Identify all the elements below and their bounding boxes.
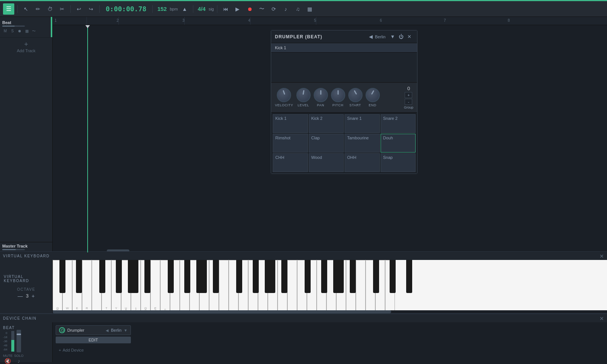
pad-label-ohh: OHH bbox=[347, 155, 356, 160]
master-track-volume-slider[interactable] bbox=[2, 249, 25, 250]
white-key-f7[interactable] bbox=[356, 260, 366, 313]
group-up-button[interactable]: + bbox=[405, 92, 412, 98]
black-key-fs3[interactable] bbox=[99, 260, 105, 293]
end-knob[interactable] bbox=[366, 88, 380, 102]
black-key-ds7[interactable] bbox=[350, 260, 356, 293]
black-key-as7[interactable] bbox=[406, 260, 412, 293]
black-key-gs7[interactable] bbox=[390, 260, 396, 293]
device-dropdown-button[interactable]: ▼ bbox=[124, 328, 127, 332]
velocity-knob[interactable] bbox=[277, 88, 291, 102]
cursor-tool-button[interactable]: ↖ bbox=[21, 4, 31, 14]
playhead bbox=[87, 25, 88, 252]
black-key-gs4[interactable] bbox=[184, 260, 190, 293]
white-key-f6[interactable] bbox=[287, 260, 297, 313]
octave-plus-button[interactable]: + bbox=[32, 293, 35, 299]
white-key-f5[interactable] bbox=[219, 260, 229, 313]
virtual-keyboard-close-button[interactable]: ✕ bbox=[599, 253, 604, 259]
separator-3 bbox=[99, 5, 100, 13]
beat-track-name: Beat bbox=[2, 20, 50, 25]
ruler-line-5 bbox=[250, 17, 250, 25]
black-key-gs3[interactable] bbox=[116, 260, 122, 293]
pan-knob[interactable] bbox=[314, 88, 328, 102]
level-knob[interactable] bbox=[296, 88, 311, 102]
drum-pad-kick2[interactable]: Kick 2 bbox=[309, 114, 344, 133]
black-key-cs7[interactable] bbox=[333, 260, 339, 293]
envelope-button[interactable]: 〜 bbox=[31, 28, 37, 34]
mute-button[interactable]: M bbox=[2, 28, 8, 34]
device-edit-button[interactable]: EDIT bbox=[56, 337, 131, 343]
keyboard-area[interactable]: .piano-octave { display: flex; position:… bbox=[53, 260, 607, 313]
drum-pad-chh[interactable]: CHH bbox=[273, 153, 308, 172]
scissors-tool-button[interactable]: ✂ bbox=[57, 4, 67, 14]
add-track-button[interactable]: + Add Track bbox=[0, 38, 52, 56]
device-power-button[interactable]: ⏻ bbox=[59, 327, 65, 333]
drum-pad-tambourine[interactable]: Tambourine bbox=[344, 134, 380, 153]
drumpler-prev-preset-button[interactable]: ◀ bbox=[367, 33, 375, 41]
white-key-f3[interactable] bbox=[82, 260, 92, 313]
black-key-fs6[interactable] bbox=[305, 260, 311, 293]
black-key-fs4[interactable] bbox=[168, 260, 174, 293]
group-down-button[interactable]: - bbox=[405, 99, 412, 105]
menu-button[interactable]: ☰ bbox=[3, 3, 14, 15]
wave-button[interactable]: 〜 bbox=[256, 4, 267, 14]
record-button[interactable]: ⏺ bbox=[244, 4, 255, 14]
fader-track[interactable] bbox=[17, 330, 21, 352]
white-key-f4[interactable]: 9 bbox=[150, 260, 160, 313]
drum-pad-ohh[interactable]: OHH bbox=[344, 153, 380, 172]
keyboard-scrollbar-thumb bbox=[53, 310, 391, 313]
drum-pad-clap[interactable]: Clap bbox=[309, 134, 344, 153]
black-key-gs6[interactable] bbox=[321, 260, 327, 293]
black-key-cs6[interactable] bbox=[265, 260, 271, 293]
keyboard-scrollbar[interactable] bbox=[53, 310, 607, 313]
rewind-button[interactable]: ⏮ bbox=[220, 4, 231, 14]
black-key-cs3[interactable] bbox=[59, 260, 65, 293]
device-prev-preset-button[interactable]: ◀ bbox=[106, 328, 109, 332]
drum-pad-snare2[interactable]: Snare 2 bbox=[381, 114, 416, 133]
play-button[interactable]: ▶ bbox=[232, 4, 243, 14]
black-key-cs5[interactable] bbox=[196, 260, 202, 293]
drumpler-close-button[interactable]: ✕ bbox=[405, 33, 413, 41]
octave-control: — 3 + bbox=[18, 293, 35, 299]
bpm-up-button[interactable]: ▲ bbox=[179, 4, 190, 14]
black-key-cs4[interactable] bbox=[128, 260, 134, 293]
add-device-button[interactable]: + Add Device bbox=[56, 345, 604, 355]
cpu-button[interactable]: ▦ bbox=[305, 4, 315, 14]
piano-octave-5 bbox=[326, 260, 395, 313]
black-key-ds6[interactable] bbox=[281, 260, 287, 293]
undo-button[interactable]: ↩ bbox=[74, 4, 84, 14]
drum-pad-kick1[interactable]: Kick 1 bbox=[273, 114, 308, 133]
add-device-label: Add Device bbox=[62, 348, 83, 352]
black-key-ds4[interactable] bbox=[144, 260, 150, 293]
separator-5 bbox=[193, 5, 193, 13]
record-arm-button[interactable]: ⏺ bbox=[17, 28, 23, 34]
black-key-fs7[interactable] bbox=[373, 260, 379, 293]
drumpler-title: DRUMPLER (BEAT) bbox=[275, 34, 367, 39]
drum-pad-snap[interactable]: Snap bbox=[381, 153, 416, 172]
redo-button[interactable]: ↪ bbox=[86, 4, 96, 14]
start-knob[interactable] bbox=[348, 88, 363, 102]
audio-button[interactable]: ♫ bbox=[293, 4, 303, 14]
midi-button[interactable]: ♪ bbox=[281, 4, 291, 14]
mute-button-dc[interactable]: 🔇 bbox=[5, 358, 11, 364]
beat-track-volume-slider[interactable] bbox=[2, 26, 25, 27]
drum-pad-douh[interactable]: Douh bbox=[381, 134, 416, 153]
pitch-knob[interactable] bbox=[331, 88, 345, 102]
pencil-tool-button[interactable]: ✏ bbox=[33, 4, 43, 14]
drumpler-power-button[interactable]: ⏻ bbox=[397, 33, 405, 41]
drumpler-dropdown-button[interactable]: ▼ bbox=[388, 33, 397, 41]
solo-button-dc[interactable]: ♪ bbox=[18, 358, 20, 364]
black-key-ds5[interactable] bbox=[213, 260, 219, 293]
drum-pad-wood[interactable]: Wood bbox=[309, 153, 344, 172]
mute-solo-controls: MUTE 🔇 SOLO ♪ bbox=[3, 354, 49, 364]
clock-tool-button[interactable]: ⏱ bbox=[45, 4, 55, 14]
octave-minus-button[interactable]: — bbox=[18, 293, 23, 299]
loop-button[interactable]: ⟳ bbox=[269, 4, 279, 14]
solo-button[interactable]: S bbox=[9, 28, 15, 34]
black-key-ds3[interactable] bbox=[76, 260, 82, 293]
black-key-gs5[interactable] bbox=[253, 260, 259, 293]
device-chain-close-button[interactable]: ✕ bbox=[599, 316, 604, 322]
drum-pad-snare1[interactable]: Snare 1 bbox=[344, 114, 380, 133]
black-key-fs5[interactable] bbox=[236, 260, 242, 293]
drum-pad-rimshot[interactable]: Rimshot bbox=[273, 134, 308, 153]
level-button[interactable]: ▦ bbox=[24, 28, 30, 34]
